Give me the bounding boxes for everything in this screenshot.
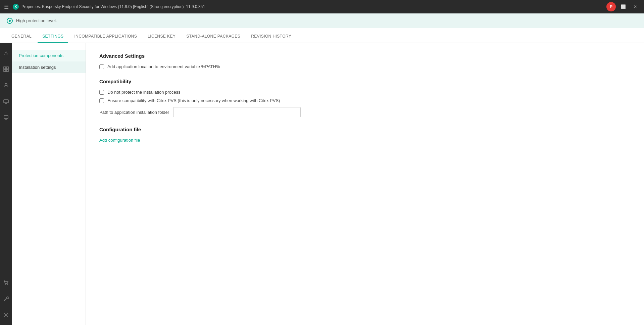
svg-rect-5: [4, 100, 8, 103]
add-path-label: Add application location to environment …: [107, 64, 220, 69]
path-row: Path to application installation folder: [99, 107, 631, 117]
main-layout: ⚠ Protection components Installation set…: [0, 43, 644, 325]
nav-devices-icon[interactable]: [1, 97, 11, 106]
svg-rect-0: [4, 67, 6, 69]
do-not-protect-checkbox[interactable]: [99, 90, 104, 95]
title-bar: ☰ K Properties: Kaspersky Endpoint Secur…: [0, 0, 644, 13]
nav-grid-icon[interactable]: [1, 64, 11, 74]
citrix-pvs-label: Ensure compatibility with Citrix PVS (th…: [107, 98, 280, 103]
status-bar: High protection level.: [0, 13, 644, 28]
tab-revision[interactable]: REVISION HISTORY: [246, 31, 296, 43]
tab-incompatible[interactable]: INCOMPATIBLE APPLICATIONS: [69, 31, 142, 43]
add-path-row: Add application location to environment …: [99, 64, 631, 69]
compatibility-section: Compatibility Do not protect the install…: [99, 79, 631, 117]
svg-rect-3: [6, 69, 8, 72]
minimize-button[interactable]: ⬜: [618, 2, 628, 11]
svg-point-9: [7, 284, 8, 285]
svg-rect-7: [5, 119, 7, 120]
svg-rect-6: [4, 115, 8, 119]
advanced-settings-section: Advanced Settings Add application locati…: [99, 53, 631, 69]
do-not-protect-label: Do not protect the installation process: [107, 90, 181, 95]
svg-point-10: [5, 314, 7, 316]
nav-warning-icon[interactable]: ⚠: [1, 48, 11, 58]
add-config-link[interactable]: Add configuration file: [99, 138, 140, 143]
nav-cart-icon[interactable]: [1, 278, 11, 287]
nav-wrench-icon[interactable]: [1, 294, 11, 304]
status-text: High protection level.: [16, 18, 57, 23]
svg-rect-1: [6, 67, 8, 69]
config-file-section: Configuration file Add configuration fil…: [99, 127, 631, 143]
window-controls: P ⬜ ✕: [606, 2, 640, 11]
nav-user-icon[interactable]: [1, 81, 11, 90]
sidebar-item-protection[interactable]: Protection components: [12, 50, 86, 61]
citrix-pvs-row: Ensure compatibility with Citrix PVS (th…: [99, 98, 631, 103]
app-icon: K: [13, 4, 19, 10]
advanced-settings-title: Advanced Settings: [99, 53, 631, 59]
tab-standalone[interactable]: STAND-ALONE PACKAGES: [182, 31, 245, 43]
tab-general[interactable]: GENERAL: [7, 31, 36, 43]
add-path-checkbox[interactable]: [99, 64, 104, 69]
path-input[interactable]: [173, 107, 301, 117]
config-file-title: Configuration file: [99, 127, 631, 132]
svg-point-4: [5, 83, 7, 85]
menu-icon[interactable]: ☰: [4, 4, 9, 10]
left-nav: ⚠: [0, 43, 12, 325]
do-not-protect-row: Do not protect the installation process: [99, 90, 631, 95]
title-text: Properties: Kaspersky Endpoint Security …: [21, 4, 606, 9]
sidebar-item-installation[interactable]: Installation settings: [12, 61, 86, 73]
content-area: Advanced Settings Add application locati…: [86, 43, 644, 325]
tab-license[interactable]: LICENSE KEY: [143, 31, 180, 43]
compatibility-title: Compatibility: [99, 79, 631, 84]
nav-monitor-icon[interactable]: [1, 113, 11, 122]
user-button[interactable]: P: [606, 2, 616, 11]
status-icon: [7, 18, 13, 24]
sidebar: Protection components Installation setti…: [12, 43, 86, 325]
citrix-pvs-checkbox[interactable]: [99, 98, 104, 103]
tab-bar: GENERAL SETTINGS INCOMPATIBLE APPLICATIO…: [0, 28, 644, 43]
close-button[interactable]: ✕: [631, 2, 640, 11]
svg-rect-2: [4, 69, 6, 72]
nav-settings-icon[interactable]: [1, 310, 11, 320]
tab-settings[interactable]: SETTINGS: [38, 31, 68, 43]
path-label: Path to application installation folder: [99, 110, 169, 115]
svg-point-8: [5, 284, 6, 285]
